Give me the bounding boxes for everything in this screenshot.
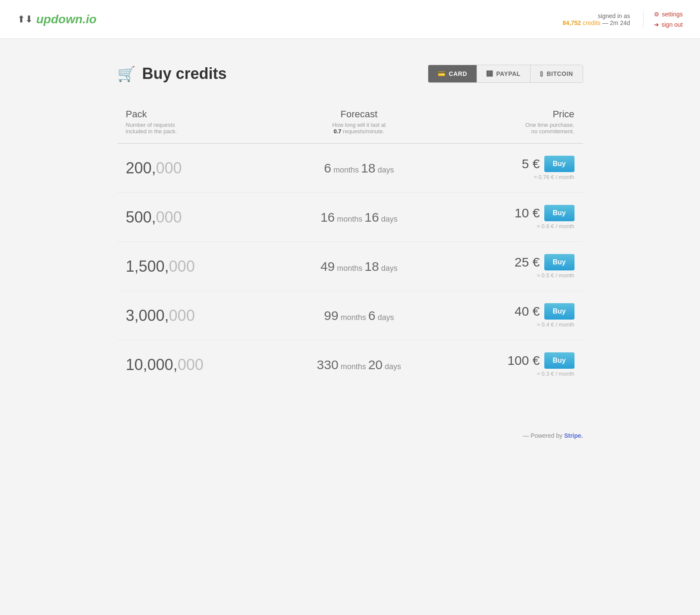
table-row: 200,000 6 months 18 days 5 € Buy ≈ 0.76 …: [117, 144, 583, 193]
price-cell: 5 € Buy ≈ 0.76 € / month: [443, 144, 583, 193]
buy-button[interactable]: Buy: [544, 156, 574, 172]
price-amount: 25 €: [515, 255, 540, 270]
col-price-label: Price: [552, 109, 574, 119]
table-row: 3,000,000 99 months 6 days 40 € Buy ≈ 0.…: [117, 291, 583, 340]
page-title-text: Buy credits: [142, 65, 227, 83]
forecast-cell: 49 months 18 days: [275, 242, 443, 291]
main-content: 🛒 Buy credits 💳 CARD 🅿 PAYPAL ₿ BITCOIN …: [100, 39, 600, 424]
col-pack-sub: Number of requestsincluded in the pack.: [126, 122, 266, 135]
forecast-months-num: 6: [324, 161, 331, 175]
pack-number: 3,000,000: [126, 307, 195, 324]
forecast-months-label: months: [341, 362, 368, 371]
col-header-price: Price One time purchase,no commitement.: [443, 104, 583, 144]
credits-duration: — 2m 24d: [602, 19, 630, 26]
signout-link[interactable]: sign out: [654, 21, 683, 28]
forecast-months-label: months: [333, 166, 361, 174]
tab-paypal-label: PAYPAL: [496, 70, 521, 77]
pack-cell: 200,000: [117, 144, 275, 193]
pack-cell: 500,000: [117, 193, 275, 242]
pack-main: 200,: [126, 159, 156, 177]
per-month-estimate: ≈ 0.6 € / month: [452, 223, 574, 229]
forecast-cell: 16 months 16 days: [275, 193, 443, 242]
pack-faded: 000: [156, 159, 182, 177]
table-row: 10,000,000 330 months 20 days 100 € Buy …: [117, 340, 583, 389]
price-amount: 10 €: [515, 206, 540, 220]
pack-main: 3,000,: [126, 307, 169, 324]
settings-label: settings: [662, 11, 683, 18]
buy-button[interactable]: Buy: [544, 254, 574, 270]
signed-in-label: signed in as: [562, 13, 630, 19]
forecast-months-num: 330: [317, 358, 339, 372]
logo-main-text: updown: [36, 13, 82, 26]
price-amount: 100 €: [507, 353, 540, 368]
price-cell: 100 € Buy ≈ 0.3 € / month: [443, 340, 583, 389]
forecast-months-num: 16: [320, 210, 335, 224]
forecast-months-label: months: [337, 215, 364, 223]
col-forecast-sub: How long will it last at0.7 requests/min…: [283, 122, 435, 135]
forecast-days-label: days: [377, 166, 394, 174]
pack-number: 1,500,000: [126, 257, 195, 275]
credits-table: Pack Number of requestsincluded in the p…: [117, 104, 583, 389]
forecast-days-label: days: [381, 264, 398, 273]
signout-icon: [654, 21, 659, 28]
pack-number: 500,000: [126, 208, 182, 226]
forecast-days-num: 18: [361, 161, 375, 175]
price-row: 5 € Buy: [452, 156, 574, 172]
pack-main: 1,500,: [126, 257, 169, 275]
logo: ⬆⬇ updown.io: [17, 13, 97, 26]
stripe-link[interactable]: Stripe.: [564, 432, 583, 439]
price-cell: 10 € Buy ≈ 0.6 € / month: [443, 193, 583, 242]
forecast-days-num: 18: [364, 259, 379, 273]
tab-bitcoin-label: BITCOIN: [546, 70, 573, 77]
forecast-days-num: 6: [368, 308, 376, 323]
price-row: 25 € Buy: [452, 254, 574, 270]
page-header: 🛒 Buy credits 💳 CARD 🅿 PAYPAL ₿ BITCOIN: [117, 65, 583, 83]
pack-number: 200,000: [126, 159, 182, 177]
price-amount: 5 €: [522, 157, 540, 171]
pack-number: 10,000,000: [126, 356, 204, 373]
tab-paypal[interactable]: 🅿 PAYPAL: [477, 65, 530, 82]
forecast-cell: 6 months 18 days: [275, 144, 443, 193]
price-row: 10 € Buy: [452, 205, 574, 221]
pack-cell: 10,000,000: [117, 340, 275, 389]
forecast-days-label: days: [381, 215, 398, 223]
buy-button[interactable]: Buy: [544, 352, 574, 369]
header-right: signed in as 84,752 credits — 2m 24d set…: [562, 11, 683, 28]
logo-accent-text: .io: [82, 13, 97, 26]
signed-in-info: signed in as 84,752 credits — 2m 24d: [562, 13, 630, 26]
price-row: 100 € Buy: [452, 352, 574, 369]
price-cell: 25 € Buy ≈ 0.5 € / month: [443, 242, 583, 291]
pack-faded: 000: [156, 208, 182, 226]
header-actions: settings sign out: [643, 11, 683, 28]
buy-button[interactable]: Buy: [544, 303, 574, 320]
pack-main: 500,: [126, 208, 156, 226]
per-month-estimate: ≈ 0.76 € / month: [452, 174, 574, 180]
price-amount: 40 €: [515, 304, 540, 319]
paypal-icon: 🅿: [487, 70, 493, 77]
col-header-pack: Pack Number of requestsincluded in the p…: [117, 104, 275, 144]
credits-amount: 84,752: [562, 19, 581, 26]
col-forecast-label: Forecast: [341, 109, 378, 119]
buy-button[interactable]: Buy: [544, 205, 574, 221]
tab-card[interactable]: 💳 CARD: [428, 65, 477, 82]
table-row: 1,500,000 49 months 18 days 25 € Buy ≈ 0…: [117, 242, 583, 291]
credits-label: credits: [583, 19, 600, 26]
price-cell: 40 € Buy ≈ 0.4 € / month: [443, 291, 583, 340]
forecast-cell: 99 months 6 days: [275, 291, 443, 340]
pack-faded: 000: [178, 356, 204, 373]
settings-link[interactable]: settings: [654, 11, 683, 18]
pack-faded: 000: [169, 257, 195, 275]
pack-cell: 3,000,000: [117, 291, 275, 340]
col-price-sub: One time purchase,no commitement.: [452, 122, 574, 135]
per-month-estimate: ≈ 0.3 € / month: [452, 370, 574, 377]
tab-bitcoin[interactable]: ₿ BITCOIN: [530, 65, 583, 82]
forecast-months-num: 99: [324, 308, 338, 323]
col-header-forecast: Forecast How long will it last at0.7 req…: [275, 104, 443, 144]
tab-card-label: CARD: [449, 70, 467, 77]
pack-faded: 000: [169, 307, 195, 324]
forecast-months-num: 49: [320, 259, 335, 273]
forecast-cell: 330 months 20 days: [275, 340, 443, 389]
forecast-days-label: days: [385, 362, 401, 371]
table-row: 500,000 16 months 16 days 10 € Buy ≈ 0.6…: [117, 193, 583, 242]
gear-icon: [654, 11, 659, 18]
